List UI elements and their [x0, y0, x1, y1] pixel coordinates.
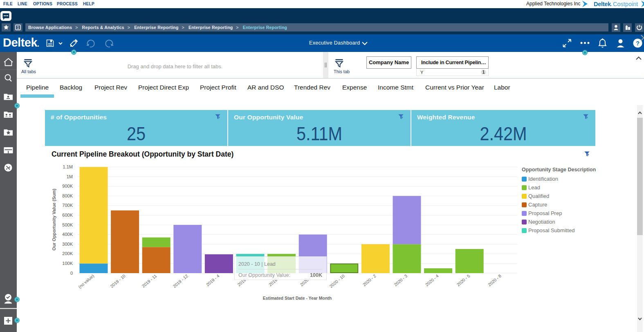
svg-text:Deltek: Deltek — [594, 1, 611, 7]
svg-text:Costpoint: Costpoint — [613, 1, 638, 7]
svg-text:2020 - 4: 2020 - 4 — [424, 273, 440, 287]
svg-text:2020 - 2: 2020 - 2 — [361, 273, 377, 287]
svg-text:2020 - 5: 2020 - 5 — [456, 273, 471, 287]
svg-text:2020 - 10: 2020 - 10 — [328, 273, 346, 289]
svg-text:Our Opportunity Value (Sum): Our Opportunity Value (Sum) — [52, 188, 56, 251]
svg-text:2019 - 12: 2019 - 12 — [172, 273, 189, 289]
svg-text:(no value): (no value) — [77, 273, 95, 289]
svg-text:700K: 700K — [62, 203, 73, 208]
svg-text:1: 1 — [17, 25, 19, 30]
svg-text:1M: 1M — [67, 174, 73, 179]
svg-text:500K: 500K — [62, 222, 73, 227]
svg-text:800K: 800K — [62, 193, 73, 198]
svg-text:400K: 400K — [62, 232, 73, 237]
svg-text:600K: 600K — [62, 213, 73, 218]
svg-text:2019 - 11: 2019 - 11 — [141, 273, 157, 288]
svg-text:2020 - 3: 2020 - 3 — [393, 273, 408, 287]
svg-text:2019 - 4: 2019 - 4 — [205, 273, 220, 287]
svg-text:100K: 100K — [62, 261, 73, 266]
svg-text:2020 - 8: 2020 - 8 — [487, 273, 502, 287]
svg-text:1.1M: 1.1M — [63, 164, 73, 169]
svg-text:300K: 300K — [62, 242, 73, 247]
svg-text:200K: 200K — [62, 251, 73, 256]
svg-text:0: 0 — [70, 271, 73, 276]
svg-text:?: ? — [636, 40, 640, 47]
svg-text:900K: 900K — [62, 184, 73, 188]
svg-text:2019 - 10: 2019 - 10 — [109, 273, 126, 289]
svg-text:Estimated Start Date - Year Mo: Estimated Start Date - Year Month — [263, 296, 332, 301]
